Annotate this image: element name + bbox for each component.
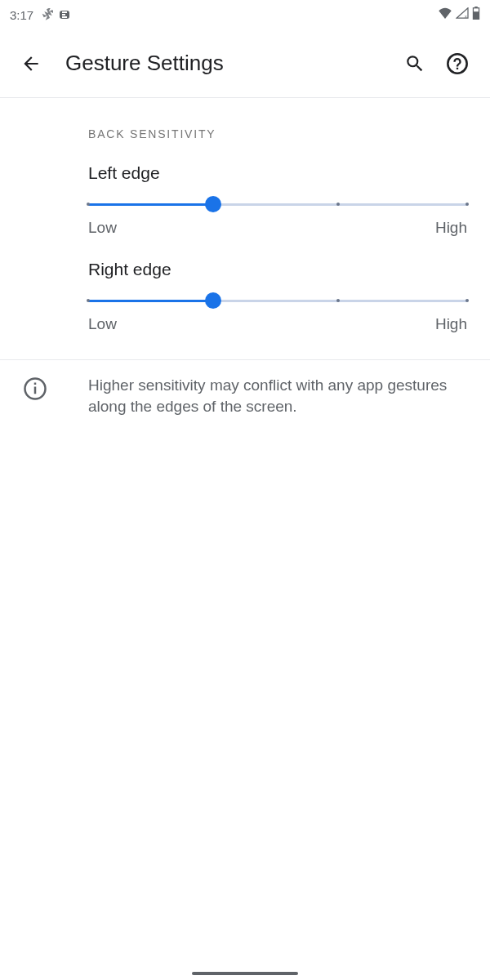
- help-icon: [446, 52, 469, 75]
- slider-fill: [88, 300, 213, 302]
- svg-rect-3: [473, 11, 479, 20]
- info-row: Higher sensitivity may conflict with any…: [0, 360, 490, 431]
- search-button[interactable]: [397, 46, 433, 82]
- slider-fill: [88, 203, 213, 206]
- slider-tick: [336, 299, 340, 302]
- section-header: BACK SENSITIVITY: [0, 98, 490, 147]
- slider-end-labels: LowHigh: [88, 315, 467, 333]
- svg-point-4: [448, 54, 466, 73]
- pinwheel-icon: [40, 8, 53, 21]
- slider-left-edge[interactable]: [88, 194, 467, 214]
- news-icon: [60, 11, 69, 19]
- slider-tick: [336, 203, 340, 206]
- slider-end-labels: LowHigh: [88, 219, 467, 237]
- slider-high-label: High: [435, 219, 467, 237]
- info-text: Higher sensitivity may conflict with any…: [72, 375, 467, 416]
- status-bar: 3:17 x: [0, 0, 490, 29]
- slider-thumb[interactable]: [205, 196, 221, 212]
- slider-group-left-edge: Left edgeLowHigh: [0, 147, 490, 243]
- slider-label: Right edge: [88, 260, 467, 279]
- info-icon: [23, 376, 47, 401]
- battery-icon: [472, 7, 480, 23]
- slider-tick: [466, 203, 469, 206]
- wifi-icon: [438, 7, 452, 22]
- slider-low-label: Low: [88, 315, 117, 333]
- signal-icon: x: [456, 7, 469, 22]
- slider-right-edge[interactable]: [88, 291, 467, 310]
- slider-thumb[interactable]: [205, 292, 221, 309]
- svg-rect-7: [34, 383, 37, 385]
- slider-tick: [87, 203, 90, 206]
- status-right: x: [438, 7, 480, 23]
- slider-tick: [87, 299, 90, 302]
- slider-group-right-edge: Right edgeLowHigh: [0, 243, 490, 340]
- page-title: Gesture Settings: [65, 51, 390, 76]
- help-button[interactable]: [439, 46, 475, 82]
- slider-tick: [466, 299, 469, 302]
- slider-label: Left edge: [88, 163, 467, 183]
- slider-low-label: Low: [88, 219, 117, 237]
- back-button[interactable]: [15, 47, 47, 80]
- status-left: 3:17: [10, 8, 69, 22]
- svg-rect-6: [34, 387, 37, 394]
- sliders-container: Left edgeLowHighRight edgeLowHigh: [0, 147, 490, 340]
- arrow-back-icon: [20, 53, 42, 74]
- app-bar: Gesture Settings: [0, 29, 490, 98]
- nav-pill[interactable]: [192, 972, 298, 975]
- search-icon: [404, 53, 425, 74]
- slider-high-label: High: [435, 315, 467, 333]
- status-time: 3:17: [10, 8, 33, 22]
- svg-text:x: x: [465, 14, 467, 19]
